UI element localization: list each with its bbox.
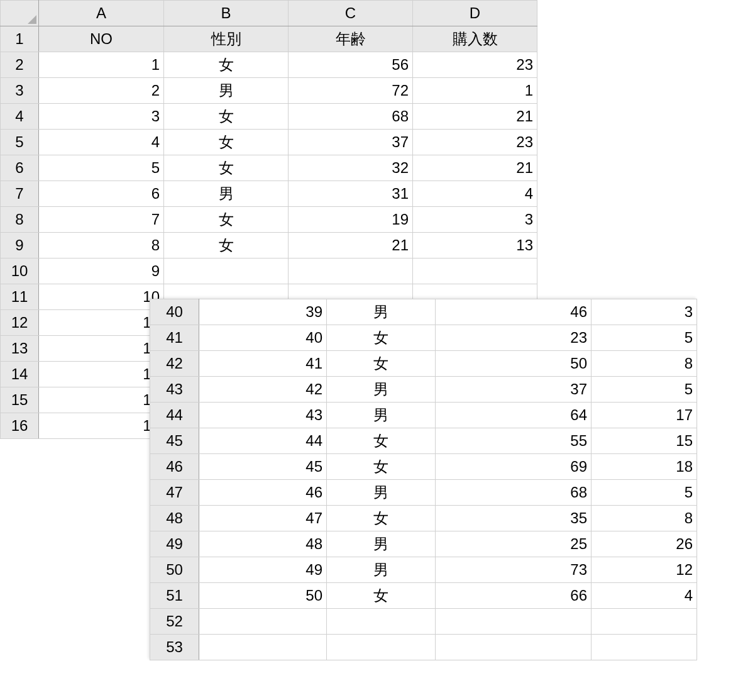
cell[interactable]: 14 [39, 387, 164, 413]
cell[interactable]: 19 [289, 207, 413, 233]
cell[interactable]: 年齢 [289, 26, 413, 52]
cell[interactable] [592, 609, 697, 635]
cell[interactable] [592, 635, 697, 660]
cell[interactable]: 37 [289, 130, 413, 155]
row-header[interactable]: 52 [150, 609, 199, 635]
cell[interactable]: 男 [327, 557, 436, 583]
cell[interactable]: 4 [39, 130, 164, 155]
cell[interactable] [289, 258, 413, 284]
col-header-C[interactable]: C [289, 1, 413, 26]
cell[interactable]: 72 [289, 78, 413, 104]
row-header[interactable]: 16 [1, 413, 39, 439]
row-header[interactable]: 1 [1, 26, 39, 52]
row-header[interactable]: 43 [150, 377, 199, 403]
cell[interactable]: 4 [413, 181, 537, 207]
cell[interactable]: 17 [592, 403, 697, 428]
cell[interactable]: 23 [413, 52, 537, 78]
cell[interactable]: 46 [436, 299, 592, 325]
row-header[interactable]: 45 [150, 428, 199, 454]
cell[interactable]: 43 [199, 403, 327, 428]
cell[interactable]: 女 [164, 130, 289, 155]
cell[interactable] [436, 635, 592, 660]
cell[interactable]: 男 [327, 531, 436, 557]
row-header[interactable]: 5 [1, 130, 39, 155]
cell[interactable]: 女 [327, 351, 436, 377]
cell[interactable]: 56 [289, 52, 413, 78]
cell[interactable]: 55 [436, 428, 592, 454]
cell[interactable]: 女 [164, 104, 289, 130]
cell[interactable]: 2 [39, 78, 164, 104]
cell[interactable]: 3 [39, 104, 164, 130]
row-header[interactable]: 8 [1, 207, 39, 233]
cell[interactable]: 女 [327, 428, 436, 454]
cell[interactable]: 39 [199, 299, 327, 325]
col-header-A[interactable]: A [39, 1, 164, 26]
row-header[interactable]: 14 [1, 362, 39, 387]
cell[interactable]: 44 [199, 428, 327, 454]
cell[interactable]: 41 [199, 351, 327, 377]
cell[interactable]: 6 [39, 181, 164, 207]
cell[interactable]: 47 [199, 506, 327, 531]
row-header[interactable]: 13 [1, 336, 39, 362]
cell[interactable]: 8 [39, 233, 164, 258]
cell[interactable]: 15 [592, 428, 697, 454]
col-header-D[interactable]: D [413, 1, 537, 26]
cell[interactable]: 31 [289, 181, 413, 207]
cell[interactable]: 9 [39, 258, 164, 284]
cell[interactable]: 32 [289, 155, 413, 181]
cell[interactable]: 女 [327, 583, 436, 609]
row-header[interactable]: 41 [150, 325, 199, 351]
cell[interactable]: 女 [164, 233, 289, 258]
cell[interactable]: 7 [39, 207, 164, 233]
row-header[interactable]: 42 [150, 351, 199, 377]
cell[interactable]: 8 [592, 351, 697, 377]
row-header[interactable]: 49 [150, 531, 199, 557]
cell[interactable] [327, 609, 436, 635]
cell[interactable]: 68 [289, 104, 413, 130]
cell[interactable]: 3 [592, 299, 697, 325]
cell[interactable]: 13 [413, 233, 537, 258]
cell[interactable]: 男 [164, 181, 289, 207]
row-header[interactable]: 4 [1, 104, 39, 130]
cell[interactable]: 42 [199, 377, 327, 403]
cell[interactable]: 男 [164, 78, 289, 104]
cell[interactable] [199, 635, 327, 660]
select-all-corner[interactable] [1, 1, 39, 26]
cell[interactable]: 23 [413, 130, 537, 155]
cell[interactable]: 25 [436, 531, 592, 557]
cell[interactable]: 女 [164, 207, 289, 233]
cell[interactable]: 8 [592, 506, 697, 531]
cell[interactable]: 5 [592, 325, 697, 351]
cell[interactable]: 女 [164, 155, 289, 181]
row-header[interactable]: 47 [150, 480, 199, 506]
cell[interactable]: 4 [592, 583, 697, 609]
cell[interactable]: 15 [39, 413, 164, 439]
row-header[interactable]: 44 [150, 403, 199, 428]
cell[interactable]: 21 [413, 155, 537, 181]
row-header[interactable]: 11 [1, 284, 39, 310]
row-header[interactable]: 50 [150, 557, 199, 583]
cell[interactable]: 12 [39, 336, 164, 362]
cell[interactable] [413, 258, 537, 284]
cell[interactable]: 21 [413, 104, 537, 130]
cell[interactable]: 男 [327, 480, 436, 506]
cell[interactable]: 64 [436, 403, 592, 428]
row-header[interactable]: 7 [1, 181, 39, 207]
cell[interactable]: 女 [327, 454, 436, 480]
cell[interactable]: 性別 [164, 26, 289, 52]
cell[interactable]: 1 [39, 52, 164, 78]
row-header[interactable]: 40 [150, 299, 199, 325]
cell[interactable]: 12 [592, 557, 697, 583]
cell[interactable]: 男 [327, 403, 436, 428]
cell[interactable]: 3 [413, 207, 537, 233]
cell[interactable]: 購入数 [413, 26, 537, 52]
cell[interactable]: 50 [199, 583, 327, 609]
cell[interactable]: 73 [436, 557, 592, 583]
row-header[interactable]: 51 [150, 583, 199, 609]
cell[interactable]: 68 [436, 480, 592, 506]
cell[interactable]: 50 [436, 351, 592, 377]
row-header[interactable]: 2 [1, 52, 39, 78]
row-header[interactable]: 12 [1, 310, 39, 336]
cell[interactable]: 11 [39, 310, 164, 336]
cell[interactable]: 69 [436, 454, 592, 480]
